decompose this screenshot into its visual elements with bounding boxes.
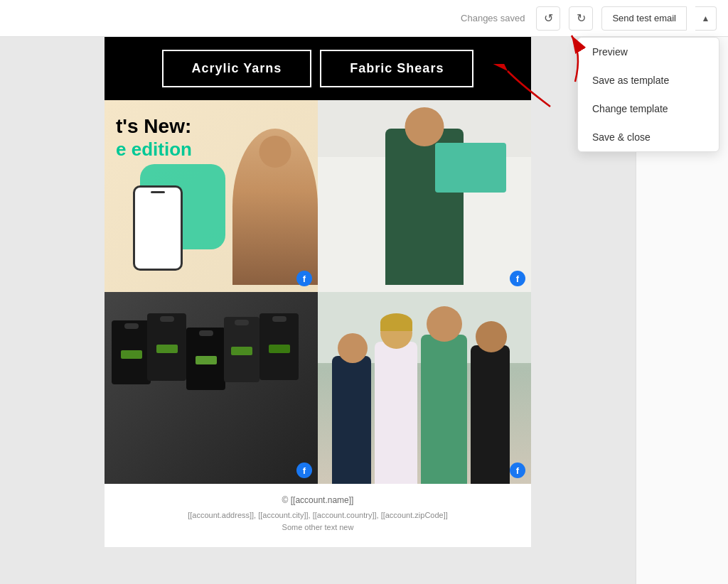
person-1-head <box>338 333 368 363</box>
save-template-menu-item[interactable]: Save as template <box>578 66 719 94</box>
new-edition-text: t's New: e edition <box>116 114 192 161</box>
main-content: Acrylic Yarns Fabric Shears t's New: e e… <box>0 37 636 584</box>
email-footer: © [[account.name]] [[account.address]], … <box>105 484 531 547</box>
person-3-head <box>427 306 462 342</box>
bag-4 <box>224 317 259 382</box>
new-edition-cell: t's New: e edition f <box>105 100 318 292</box>
new-edition-sub: e edition <box>116 139 192 161</box>
facebook-icon-3: f <box>296 463 312 478</box>
save-close-menu-item[interactable]: Save & close <box>578 123 719 151</box>
new-edition-title: t's New: <box>116 114 192 139</box>
acrylic-yarns-nav-button[interactable]: Acrylic Yarns <box>162 50 312 87</box>
redo-button[interactable]: ↻ <box>569 6 593 31</box>
facebook-icon-1: f <box>296 271 312 286</box>
bag-handle-3 <box>199 330 213 336</box>
changes-saved-text: Changes saved <box>461 13 525 23</box>
image-grid: t's New: e edition f <box>105 100 531 484</box>
undo-icon: ↺ <box>544 11 553 25</box>
email-canvas: Acrylic Yarns Fabric Shears t's New: e e… <box>105 37 531 547</box>
person-4-body <box>471 345 510 484</box>
fabric-shears-nav-button[interactable]: Fabric Shears <box>320 50 473 87</box>
team-cell: f <box>318 292 531 484</box>
redo-icon: ↻ <box>577 11 586 25</box>
bag-tag-2 <box>156 345 178 353</box>
nav-bar: Acrylic Yarns Fabric Shears <box>105 37 531 100</box>
dropdown-menu: Preview Save as template Change template… <box>577 37 719 152</box>
bag-handle-2 <box>160 316 174 322</box>
teal-box <box>435 143 506 193</box>
bag-tag <box>121 350 142 359</box>
person-head <box>259 136 291 168</box>
person-1-body <box>332 356 371 484</box>
send-test-button[interactable]: Send test email <box>601 6 687 31</box>
footer-copyright: © [[account.name]] <box>119 495 517 505</box>
person-2-body <box>375 342 417 484</box>
person-4-head <box>476 321 507 352</box>
bag-handle <box>124 323 139 329</box>
bag-2 <box>147 313 186 381</box>
bag-3 <box>186 328 225 390</box>
footer-address: [[account.address]], [[account.city]], [… <box>119 509 517 521</box>
bag-1 <box>112 320 151 384</box>
phone-mockup <box>133 185 183 271</box>
bag-5 <box>259 313 299 380</box>
facebook-icon-4: f <box>510 463 525 478</box>
preview-menu-item[interactable]: Preview <box>578 38 719 66</box>
bag-handle-4 <box>235 320 249 325</box>
bag-tag-3 <box>196 356 217 364</box>
bag-tag-5 <box>269 345 290 353</box>
person-3-body <box>421 335 467 484</box>
top-bar: Changes saved ↺ ↻ Send test email ▲ <box>0 0 728 37</box>
person-head-2 <box>405 107 444 146</box>
chevron-up-icon: ▲ <box>702 13 710 23</box>
man-teal-cell: f <box>318 100 531 292</box>
footer-extra: Some other text new <box>119 521 517 534</box>
bag-handle-5 <box>272 316 287 322</box>
bags-cell: f <box>105 292 318 484</box>
person-2-head <box>380 317 412 349</box>
dropdown-toggle-button[interactable]: ▲ <box>695 6 717 31</box>
person-silhouette <box>232 129 318 285</box>
change-template-menu-item[interactable]: Change template <box>578 94 719 123</box>
undo-button[interactable]: ↺ <box>536 6 560 31</box>
bag-tag-4 <box>231 347 252 355</box>
facebook-icon-2: f <box>510 271 525 286</box>
person-2-hair <box>380 313 412 331</box>
phone-notch <box>151 191 165 193</box>
